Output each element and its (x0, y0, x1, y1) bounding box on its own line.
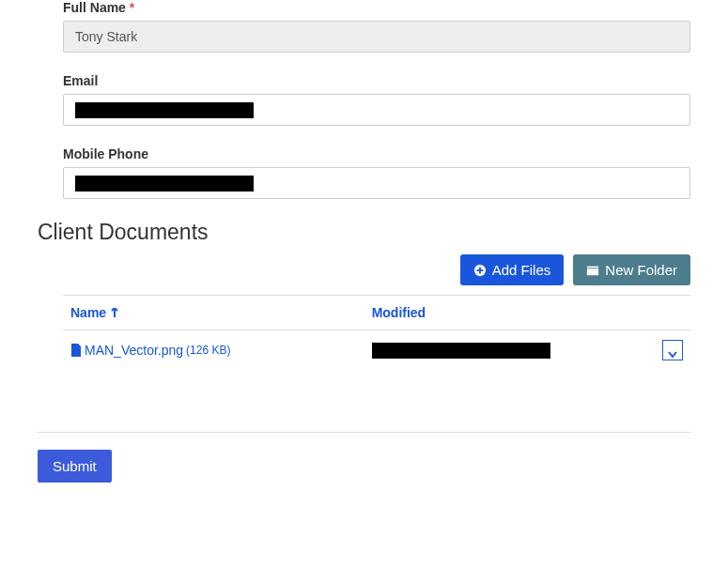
divider (38, 432, 690, 433)
required-indicator: * (130, 0, 134, 15)
documents-table: Name Modified (63, 295, 690, 371)
table-row: MAN_Vector.png (126 KB) (63, 330, 690, 372)
svg-rect-4 (587, 268, 598, 275)
redacted-content (372, 343, 550, 359)
row-actions-toggle[interactable] (662, 340, 683, 360)
redacted-content (75, 176, 254, 192)
svg-rect-3 (587, 266, 598, 268)
add-files-button[interactable]: Add Files (460, 254, 565, 285)
file-name: MAN_Vector.png (85, 343, 183, 358)
svg-rect-2 (476, 269, 483, 271)
folder-icon (586, 264, 599, 277)
sort-up-icon (110, 305, 119, 314)
file-size: (126 KB) (186, 344, 230, 357)
chevron-down-icon (668, 346, 677, 354)
mobile-phone-label: Mobile Phone (63, 146, 690, 161)
email-label: Email (63, 73, 690, 88)
documents-heading: Client Documents (38, 220, 728, 245)
column-header-name[interactable]: Name (70, 305, 119, 320)
full-name-input (63, 21, 690, 53)
column-header-modified[interactable]: Modified (372, 305, 426, 320)
full-name-label: Full Name * (63, 0, 690, 15)
new-folder-button[interactable]: New Folder (573, 254, 690, 285)
file-icon (70, 344, 82, 357)
file-link[interactable]: MAN_Vector.png (126 KB) (70, 343, 230, 358)
plus-circle-icon (473, 264, 487, 277)
submit-button[interactable]: Submit (38, 450, 112, 483)
redacted-content (75, 102, 254, 118)
